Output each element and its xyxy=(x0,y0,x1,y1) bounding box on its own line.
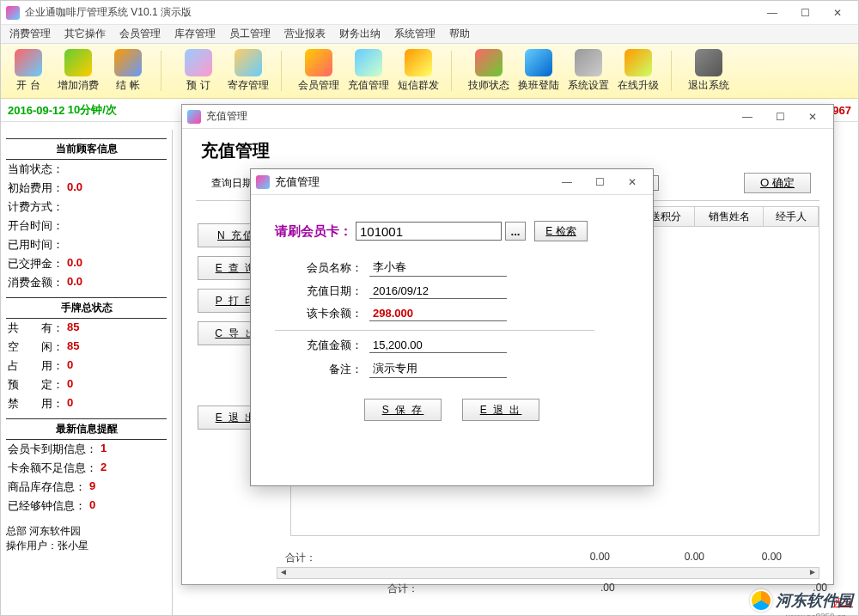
window-title: 企业通咖啡厅管理系统 V10.1 演示版 xyxy=(25,5,757,20)
info-value: 0 xyxy=(89,498,95,514)
field-value[interactable]: 演示专用 xyxy=(369,360,507,378)
menu-item[interactable]: 帮助 xyxy=(444,25,475,43)
info-label: 当前状态： xyxy=(8,162,64,177)
info-row: 空 闲：85 xyxy=(6,338,167,357)
toolbar: 开 台 增加消费 结 帐 预 订 寄存管理 会员管理 充值管理 短信群发 技师状… xyxy=(1,44,858,99)
tool-settings[interactable]: 系统设置 xyxy=(566,47,611,95)
reserve-icon xyxy=(185,49,212,76)
panel-card-title: 手牌总状态 xyxy=(6,297,167,319)
close-button[interactable]: ✕ xyxy=(822,3,853,23)
upgrade-icon xyxy=(624,49,652,76)
info-row: 计费方式： xyxy=(6,198,167,217)
tool-storage[interactable]: 寄存管理 xyxy=(226,47,271,95)
col-handler[interactable]: 经手人 xyxy=(764,207,819,226)
info-value: 0.0 xyxy=(67,275,82,290)
horizontal-scrollbar[interactable] xyxy=(277,567,819,579)
sub-minimize-button[interactable]: — xyxy=(732,107,763,127)
browse-button[interactable]: ... xyxy=(505,222,526,241)
member-icon xyxy=(305,49,332,76)
menu-item[interactable]: 库存管理 xyxy=(169,25,221,43)
dlg-maximize-button[interactable]: ☐ xyxy=(584,172,615,192)
info-label: 开台时间： xyxy=(8,218,64,234)
dlg-exit-button[interactable]: E 退 出 xyxy=(462,399,539,421)
gear-icon xyxy=(575,49,602,76)
info-value: 0 xyxy=(67,377,73,393)
status-right-number: 967 xyxy=(832,104,851,117)
field-value[interactable]: 2016/09/12 xyxy=(369,284,507,299)
minimize-button[interactable]: — xyxy=(757,3,788,23)
field-value[interactable]: 298.000 xyxy=(369,306,507,321)
info-row: 消费金额：0.0 xyxy=(6,273,167,292)
sidebar: 当前顾客信息 当前状态：初始费用：0.0计费方式：开台时间：已用时间：已交押金：… xyxy=(1,130,173,615)
info-row: 卡余额不足信息：2 xyxy=(6,459,167,478)
tool-exit[interactable]: 退出系统 xyxy=(686,47,731,95)
info-label: 会员卡到期信息： xyxy=(8,442,97,457)
menu-item[interactable]: 系统管理 xyxy=(389,25,441,43)
panel-guest-title: 当前顾客信息 xyxy=(6,138,167,160)
status-interval: 10分钟/次 xyxy=(68,102,117,118)
info-label: 共 有： xyxy=(8,320,64,336)
search-button[interactable]: E 检索 xyxy=(534,221,588,241)
info-row: 已经够钟信息：0 xyxy=(6,497,167,515)
shift-icon xyxy=(525,49,552,76)
field-row: 充值金额：15,200.00 xyxy=(275,338,629,353)
bottom-sum-1: .00 xyxy=(428,582,640,596)
tool-upgrade[interactable]: 在线升级 xyxy=(616,47,661,95)
recharge-title: 充值管理 xyxy=(206,109,732,124)
menu-item[interactable]: 财务出纳 xyxy=(334,25,386,43)
tool-checkout[interactable]: 结 帐 xyxy=(106,47,150,95)
tool-sms[interactable]: 短信群发 xyxy=(396,47,441,95)
info-row: 商品库存信息：9 xyxy=(6,478,167,497)
sum-row: 合计： 0.00 0.00 0.00 xyxy=(277,551,819,565)
main-window: 企业通咖啡厅管理系统 V10.1 演示版 — ☐ ✕ 消费管理 其它操作 会员管… xyxy=(0,0,859,616)
info-value: 9 xyxy=(89,479,95,495)
info-label: 已用时间： xyxy=(8,237,64,253)
field-row: 会员名称：李小春 xyxy=(275,259,629,277)
info-value: 1 xyxy=(101,442,107,457)
sub-maximize-button[interactable]: ☐ xyxy=(765,107,795,127)
info-row: 占 用：0 xyxy=(6,357,167,375)
menu-item[interactable]: 营业报表 xyxy=(279,25,331,43)
field-row: 该卡余额：298.000 xyxy=(275,306,629,321)
confirm-button[interactable]: O 确定 xyxy=(744,173,811,193)
sms-icon xyxy=(405,49,432,76)
info-value: 0 xyxy=(67,396,73,412)
info-label: 商品库存信息： xyxy=(8,479,86,495)
sub-close-button[interactable]: ✕ xyxy=(797,107,828,127)
info-label: 初始费用： xyxy=(8,180,64,196)
info-label: 占 用： xyxy=(8,358,64,374)
tool-member[interactable]: 会员管理 xyxy=(296,47,341,95)
add-icon xyxy=(64,49,92,76)
sum-3: 0.00 xyxy=(715,551,792,565)
dlg-minimize-button[interactable]: — xyxy=(551,172,582,192)
tool-add-consume[interactable]: 增加消费 xyxy=(56,47,101,95)
info-label: 已交押金： xyxy=(8,256,64,271)
storage-icon xyxy=(235,49,262,76)
field-row: 备注：演示专用 xyxy=(275,360,629,378)
field-value[interactable]: 15,200.00 xyxy=(369,338,507,353)
tool-recharge[interactable]: 充值管理 xyxy=(346,47,391,95)
save-button[interactable]: S 保 存 xyxy=(364,399,442,421)
card-number-input[interactable] xyxy=(356,222,502,241)
dialog-title-bar: 充值管理 — ☐ ✕ xyxy=(251,169,653,195)
tool-open[interactable]: 开 台 xyxy=(6,47,51,95)
menu-item[interactable]: 员工管理 xyxy=(224,25,276,43)
dlg-close-button[interactable]: ✕ xyxy=(617,172,648,192)
menu-item[interactable]: 消费管理 xyxy=(4,25,56,43)
info-row: 共 有：85 xyxy=(6,319,167,338)
field-label: 备注： xyxy=(275,362,369,377)
title-bar: 企业通咖啡厅管理系统 V10.1 演示版 — ☐ ✕ xyxy=(1,1,858,25)
menu-item[interactable]: 其它操作 xyxy=(59,25,111,43)
info-label: 已经够钟信息： xyxy=(8,498,86,514)
maximize-button[interactable]: ☐ xyxy=(789,3,820,23)
field-value[interactable]: 李小春 xyxy=(369,259,507,277)
col-sales[interactable]: 销售姓名 xyxy=(695,207,764,226)
menu-item[interactable]: 会员管理 xyxy=(114,25,166,43)
info-row: 初始费用：0.0 xyxy=(6,179,167,198)
tool-shift[interactable]: 换班登陆 xyxy=(516,47,561,95)
info-label: 计费方式： xyxy=(8,199,64,215)
tool-tech[interactable]: 技师状态 xyxy=(466,47,511,95)
info-value: 0 xyxy=(67,358,73,374)
sidebar-footer-branch: 总部 河东软件园 xyxy=(6,524,167,539)
tool-reserve[interactable]: 预 订 xyxy=(176,47,221,95)
